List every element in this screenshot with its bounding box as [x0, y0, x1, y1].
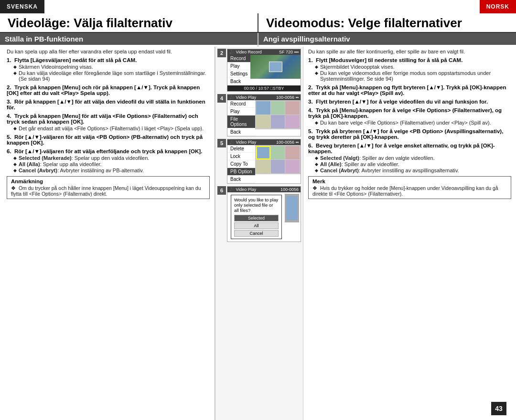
screen-5-menu-back: Back — [227, 176, 255, 183]
bullet-right-1-2: Du kan velge videomodus eller forrige mo… — [315, 70, 511, 82]
dialog-btn-all[interactable]: All — [234, 222, 279, 229]
section-heading-left: Ställa in PB-funktionen — [0, 33, 258, 45]
step-left-3-header: 3. Rör på knappen [▲/▼] för att välja de… — [7, 99, 210, 110]
step-right-3: 3. Flytt bryteren [▲/▼] for å velge vide… — [308, 99, 511, 105]
screen-5-menu-lock: Lock — [227, 153, 255, 160]
thumb-4-4 — [256, 115, 270, 128]
page-number: 43 — [491, 402, 506, 415]
screen-2-menu-back: Back — [227, 78, 250, 85]
thumb-4-6 — [285, 115, 300, 128]
screen-4-titlebar: 🎥 Video Play 100-0056 ▪▪ — [227, 94, 301, 100]
section-heading-right: Angi avspillingsalternativ — [258, 33, 516, 45]
screen-4-menu: Record Play File Options Back — [227, 100, 255, 136]
screen-5-thumbs — [255, 145, 301, 183]
screen-2-footer: 00:00 / 10:57 □STBY — [227, 85, 301, 91]
screen-2-row: 2 🎥 Video Record SF 720 ▪▪▪ Record Play … — [217, 49, 301, 92]
bullet-left-4-1: Det går endast att välja <File Options> … — [13, 126, 210, 131]
intro-right: Du kan spille av alle filer kontinuerlig… — [308, 49, 511, 54]
title-right: Videomodus: Velge filalternativer — [266, 16, 508, 30]
step-right-3-header: 3. Flytt bryteren [▲/▼] for å velge vide… — [308, 99, 511, 105]
screen-6-row: 6 🎥 Video Play 100-0056 Would you like t… — [217, 186, 301, 242]
note-title-right: Merk — [312, 178, 507, 184]
screen-2-content: 🎥 Video Record SF 720 ▪▪▪ Record Play Se… — [227, 49, 301, 92]
thumb-4-1 — [256, 101, 270, 115]
step-right-4: 4. Trykk på [Menu]-knappen for å velge <… — [308, 107, 511, 126]
section-headings: Ställa in PB-funktionen Angi avspillings… — [0, 33, 516, 47]
thumb-5-1 — [256, 146, 270, 159]
thumb-4-5 — [271, 115, 285, 128]
screen-4: 🎥 Video Play 100-0056 ▪▪ Record Play Fil… — [227, 94, 301, 136]
screen-4-menu-record: Record — [227, 100, 255, 108]
step-right-4-header: 4. Trykk på [Menu]-knappen for å velge <… — [308, 107, 511, 119]
screen-6-titlebar: 🎥 Video Play 100-0056 — [227, 187, 301, 192]
note-text-right: ❖ Hvis du trykker og holder nede [Menu]-… — [312, 185, 507, 197]
screen-6-body: Would you like to play only selected fil… — [227, 192, 301, 242]
thumb-5-6 — [285, 160, 300, 173]
screens-wrapper: 2 🎥 Video Record SF 720 ▪▪▪ Record Play … — [215, 47, 303, 420]
step-left-6: 6. Rör [▲/▼]-väljaren för att välja efte… — [7, 148, 210, 173]
step-right-5-header: 5. Trykk på bryteren [▲/▼] for å velge <… — [308, 128, 511, 140]
screen-2-preview — [250, 55, 301, 79]
screen-6: 🎥 Video Play 100-0056 Would you like to … — [227, 186, 301, 242]
bullet-right-6-3: Cancel (Avbryt): Avbryter innstilling av… — [315, 168, 511, 173]
lang-tabs: SVENSKA NORSK — [0, 0, 516, 13]
step-left-1-header: 1. Flytta [Lägesväljaren] nedåt för att … — [7, 57, 210, 63]
bullet-left-6-3: Cancel (Avbryt): Avbryter inställning av… — [13, 168, 210, 173]
title-left: Videoläge: Välja filalternativ — [8, 16, 250, 30]
text-col-left: Du kan spela upp alla filer efter varand… — [0, 47, 215, 420]
bullet-right-4-1: Du kan bare velge <File Options> (Filalt… — [315, 120, 511, 126]
step-left-4: 4. Tryck på knappen [Menu] för att välja… — [7, 113, 210, 131]
screen-5-menu-delete: Delete — [227, 145, 255, 153]
screen-5-number: 5 — [217, 139, 226, 147]
screen-4-menu-fileoptions: File Options — [227, 116, 255, 128]
note-text-left: ❖ Om du trycker på och håller inne knapp… — [11, 185, 205, 197]
screen-6-content: 🎥 Video Play 100-0056 Would you like to … — [227, 186, 301, 242]
thumb-5-4 — [256, 160, 270, 173]
screen-4-content: 🎥 Video Play 100-0056 ▪▪ Record Play Fil… — [227, 94, 301, 136]
screen-2-menu: Record Play Settings Back — [227, 55, 250, 85]
dialog-buttons: Selected All Cancel — [234, 215, 279, 237]
screen-4-thumbs — [255, 100, 301, 136]
note-box-right: Merk ❖ Hvis du trykker og holder nede [M… — [308, 176, 511, 199]
screen-2-menu-settings: Settings — [227, 70, 250, 78]
step-left-2: 2. Tryck på knappen [Menu] och rör på kn… — [7, 84, 210, 96]
screen-2-menu-record: Record — [227, 55, 250, 63]
lang-norsk: NORSK — [480, 0, 516, 13]
bullet-right-6-2: All (Alle): Spiller av alle videofiler. — [315, 161, 511, 167]
note-box-left: Anmärkning ❖ Om du trycker på och håller… — [7, 176, 210, 199]
step-left-6-header: 6. Rör [▲/▼]-väljaren för att välja efte… — [7, 148, 210, 154]
screen-6-preview-strip — [285, 194, 299, 222]
step-right-6-header: 6. Beveg bryteren [▲/▼] for å velge ønsk… — [308, 143, 511, 154]
intro-left: Du kan spela upp alla filer efter varand… — [7, 49, 210, 54]
screen-6-preview-thumb — [286, 196, 298, 220]
bullet-left-1-2: Du kan välja videoläge eller föregående … — [13, 70, 210, 82]
bullet-left-6-1: Selected (Markerade): Spelar upp den val… — [13, 155, 210, 161]
text-col-right: Du kan spille av alle filer kontinuerlig… — [303, 47, 516, 420]
step-right-5: 5. Trykk på bryteren [▲/▼] for å velge <… — [308, 128, 511, 140]
step-right-6: 6. Beveg bryteren [▲/▼] for å velge ønsk… — [308, 143, 511, 173]
thumb-4-2 — [271, 101, 285, 115]
screen-5-menu-copyto: Copy To — [227, 160, 255, 168]
screen-4-number: 4 — [217, 94, 226, 103]
step-left-2-header: 2. Tryck på knappen [Menu] och rör på kn… — [7, 84, 210, 96]
section-heading-left-wrap: Ställa in PB-funktionen — [0, 33, 258, 47]
step-right-2-header: 2. Trykk på [Menu]-knappen og flytt bryt… — [308, 84, 511, 96]
dialog-text: Would you like to play only selected fil… — [234, 197, 279, 213]
bullet-left-6-2: All (Alla): Spelar upp alla videofiler. — [13, 161, 210, 167]
screen-2-preview-thumb — [269, 62, 282, 72]
screen-5-menu: Delete Lock Copy To PB Option Back — [227, 145, 255, 183]
screen-5-titlebar: 🎥 Video Play 100-0056 ▪▪ — [227, 139, 301, 145]
thumb-5-2 — [271, 146, 285, 159]
bullet-left-1-1: Skärmen Videoinspelning visas. — [13, 64, 210, 70]
dialog-btn-cancel[interactable]: Cancel — [234, 230, 279, 237]
note-title-left: Anmärkning — [11, 178, 205, 184]
screen-5-menu-pboption: PB Option — [227, 168, 255, 176]
dialog-btn-selected[interactable]: Selected — [234, 215, 279, 221]
thumb-4-3 — [285, 101, 300, 115]
step-left-4-header: 4. Tryck på knappen [Menu] för att välja… — [7, 113, 210, 125]
bullet-right-6-1: Selected (Valgt): Spiller av den valgte … — [315, 155, 511, 161]
screen-6-dialog-area: Would you like to play only selected fil… — [229, 194, 284, 240]
step-right-1: 1. Flytt [Modusvelger] til nederste stil… — [308, 57, 511, 82]
screen-2-number: 2 — [217, 49, 226, 57]
step-right-1-header: 1. Flytt [Modusvelger] til nederste stil… — [308, 57, 511, 63]
